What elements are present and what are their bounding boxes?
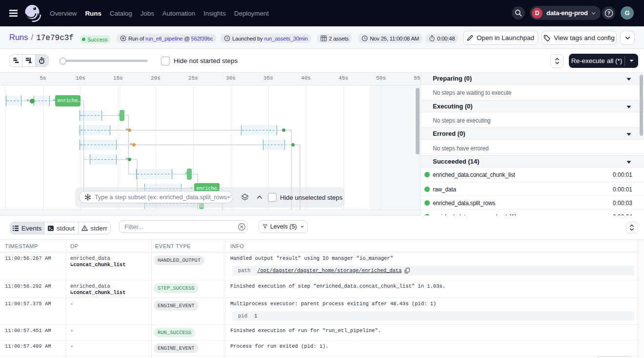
svg-text:?: ? <box>607 10 610 16</box>
